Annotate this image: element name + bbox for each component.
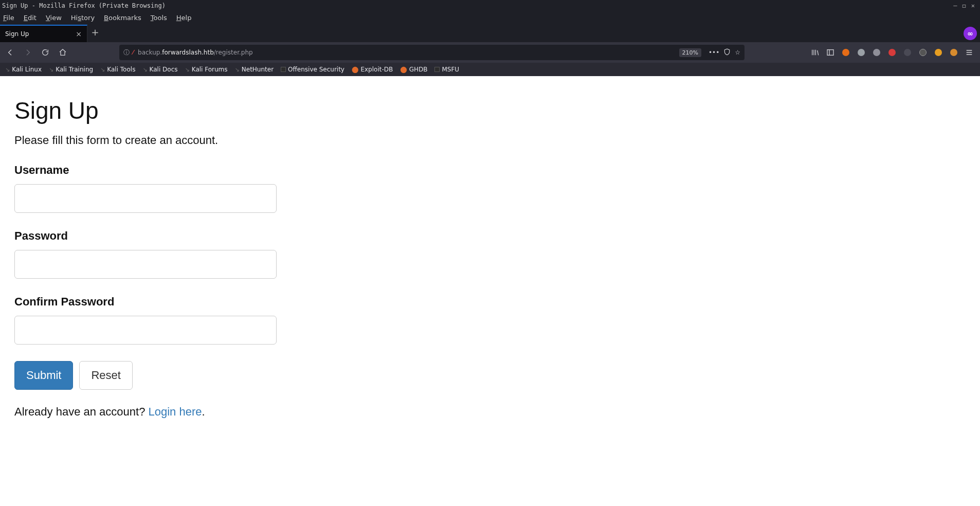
window-minimize-button[interactable]: — bbox=[953, 0, 957, 11]
bookmark-kali-tools[interactable]: ↘Kali Tools bbox=[100, 66, 135, 73]
reload-button[interactable] bbox=[38, 45, 52, 60]
reset-button[interactable]: Reset bbox=[79, 361, 132, 390]
login-link[interactable]: Login here bbox=[149, 405, 202, 418]
bookmark-kali-forums[interactable]: ↘Kali Forums bbox=[185, 66, 228, 73]
menu-history[interactable]: History bbox=[71, 14, 95, 22]
menubar: File Edit View History Bookmarks Tools H… bbox=[0, 11, 980, 24]
url-bar[interactable]: ⓘ ⁄ backup.forwardslash.htb/register.php… bbox=[119, 45, 745, 60]
ext-icon-1[interactable] bbox=[840, 47, 851, 58]
page-heading: Sign Up bbox=[14, 97, 966, 124]
window-titlebar: Sign Up - Mozilla Firefox (Private Brows… bbox=[0, 0, 980, 11]
ext-icon-5[interactable] bbox=[902, 47, 913, 58]
ext-icon-7[interactable] bbox=[948, 47, 959, 58]
svg-rect-0 bbox=[827, 50, 833, 56]
site-info-icon[interactable]: ⓘ bbox=[123, 48, 130, 57]
menu-view[interactable]: View bbox=[46, 14, 62, 22]
sidebar-icon[interactable] bbox=[825, 47, 836, 58]
window-maximize-button[interactable]: ◻ bbox=[963, 0, 966, 11]
menu-bookmarks[interactable]: Bookmarks bbox=[104, 14, 141, 22]
home-button[interactable] bbox=[56, 45, 70, 60]
insecure-icon: ⁄ bbox=[133, 49, 134, 56]
page-content: Sign Up Please fill this form to create … bbox=[0, 76, 980, 506]
tab-strip: Sign Up × + ∞ bbox=[0, 24, 980, 42]
bookmarks-toolbar: ↘Kali Linux ↘Kali Training ↘Kali Tools ↘… bbox=[0, 63, 980, 76]
tracking-shield-icon[interactable] bbox=[723, 48, 731, 57]
menu-file[interactable]: File bbox=[3, 14, 14, 22]
page-actions-icon[interactable]: ••• bbox=[709, 49, 719, 56]
bookmark-kali-training[interactable]: ↘Kali Training bbox=[49, 66, 93, 73]
menu-help[interactable]: Help bbox=[176, 14, 192, 22]
url-text: backup.forwardslash.htb/register.php bbox=[138, 49, 679, 56]
ext-icon-3[interactable] bbox=[871, 47, 882, 58]
confirm-password-input[interactable] bbox=[14, 316, 277, 345]
navbar: ⓘ ⁄ backup.forwardslash.htb/register.php… bbox=[0, 42, 980, 63]
username-label: Username bbox=[14, 164, 966, 177]
forward-button[interactable] bbox=[21, 45, 35, 60]
bookmark-msfu[interactable]: MSFU bbox=[434, 66, 459, 73]
window-title: Sign Up - Mozilla Firefox (Private Brows… bbox=[2, 0, 166, 11]
profile-icon[interactable] bbox=[917, 47, 929, 58]
ext-icon-4[interactable] bbox=[886, 47, 898, 58]
already-have-account: Already have an account? Login here. bbox=[14, 405, 966, 419]
tab-title: Sign Up bbox=[5, 30, 76, 38]
tab-active[interactable]: Sign Up × bbox=[0, 25, 87, 42]
tab-close-button[interactable]: × bbox=[76, 30, 82, 38]
bookmark-kali-linux[interactable]: ↘Kali Linux bbox=[5, 66, 42, 73]
ext-icon-2[interactable] bbox=[856, 47, 867, 58]
menu-edit[interactable]: Edit bbox=[24, 14, 37, 22]
page-subheading: Please fill this form to create an accou… bbox=[14, 134, 966, 147]
library-icon[interactable] bbox=[809, 47, 821, 58]
new-tab-button[interactable]: + bbox=[87, 25, 103, 42]
confirm-password-label: Confirm Password bbox=[14, 295, 966, 309]
bookmark-kali-docs[interactable]: ↘Kali Docs bbox=[142, 66, 177, 73]
password-input[interactable] bbox=[14, 250, 277, 279]
password-label: Password bbox=[14, 229, 966, 243]
bookmark-exploitdb[interactable]: ⬤Exploit-DB bbox=[352, 66, 393, 73]
ext-icon-6[interactable] bbox=[933, 47, 944, 58]
menu-tools[interactable]: Tools bbox=[151, 14, 167, 22]
app-menu-icon[interactable] bbox=[964, 47, 975, 58]
window-close-button[interactable]: ✕ bbox=[971, 0, 975, 11]
zoom-indicator[interactable]: 210% bbox=[679, 48, 701, 57]
bookmark-star-icon[interactable]: ☆ bbox=[735, 49, 740, 56]
bookmark-nethunter[interactable]: ↘NetHunter bbox=[235, 66, 274, 73]
submit-button[interactable]: Submit bbox=[14, 361, 73, 390]
back-button[interactable] bbox=[3, 45, 17, 60]
bookmark-ghdb[interactable]: ⬤GHDB bbox=[400, 66, 427, 73]
bookmark-offsec[interactable]: Offensive Security bbox=[281, 66, 344, 73]
private-browsing-icon: ∞ bbox=[964, 27, 977, 40]
username-input[interactable] bbox=[14, 184, 277, 213]
